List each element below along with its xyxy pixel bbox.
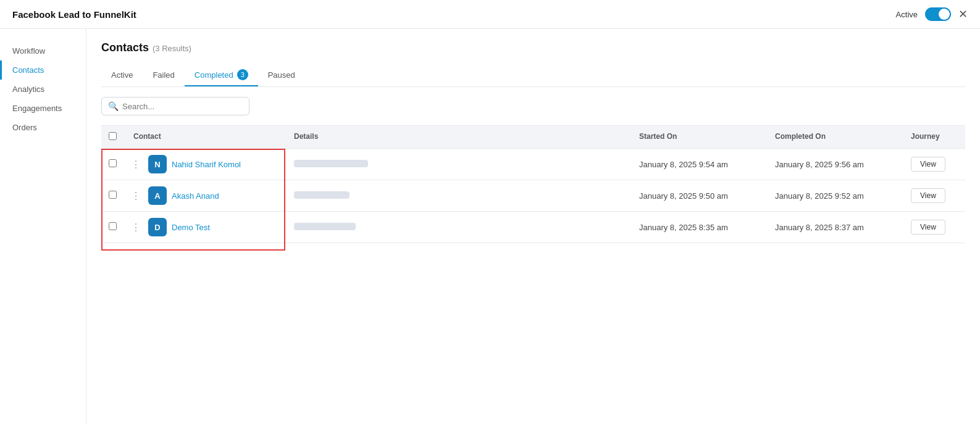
row-2-contact-name[interactable]: Akash Anand [172,191,219,201]
page-title: Contacts [101,41,149,54]
row-2-checkbox-cell [101,191,126,201]
row-2-contact-cell: ⋮ A Akash Anand [126,186,287,205]
select-all-checkbox[interactable] [109,132,117,140]
row-2-blurred-details [294,191,350,199]
row-2-avatar: A [148,186,167,205]
search-bar: 🔍 [101,97,249,115]
row-3-contact-cell: ⋮ D Demo Test [126,218,287,236]
tab-completed[interactable]: Completed 3 [185,64,258,86]
table-row: ⋮ A Akash Anand January 8, 2025 9:50 am … [101,180,965,212]
row-3-completed-on: January 8, 2025 8:37 am [768,223,903,232]
app-title: Facebook Lead to FunnelKit [12,9,136,20]
results-count: (3 Results) [153,44,191,53]
sidebar-item-contacts[interactable]: Contacts [0,60,86,80]
row-3-menu-icon[interactable]: ⋮ [128,222,143,233]
row-1-details [287,160,632,169]
header-checkbox-cell [101,132,126,142]
main-content: Contacts (3 Results) Active Failed Compl… [86,29,980,424]
row-1-contact-cell: ⋮ N Nahid Sharif Komol [126,155,287,173]
row-1-avatar: N [148,155,167,173]
row-3-started-on: January 8, 2025 8:35 am [632,223,768,232]
contacts-table: Contact Details Started On Completed On … [101,125,965,243]
sidebar-item-workflow[interactable]: Workflow [0,41,86,60]
table-body: ⋮ N Nahid Sharif Komol January 8, 2025 9… [101,149,965,243]
row-1-checkbox[interactable] [109,159,117,167]
row-3-journey: View [903,220,965,235]
row-1-contact-name[interactable]: Nahid Sharif Komol [172,160,241,169]
row-1-menu-icon[interactable]: ⋮ [128,159,143,170]
row-3-avatar: D [148,218,167,236]
row-2-menu-icon[interactable]: ⋮ [128,190,143,202]
header-completed-on: Completed On [768,132,903,142]
header-started-on: Started On [632,132,768,142]
row-3-contact-name[interactable]: Demo Test [172,223,210,232]
row-1-journey: View [903,157,965,172]
sidebar-item-engagements[interactable]: Engagements [0,99,86,118]
header-contact: Contact [126,132,287,142]
header-details: Details [287,132,632,142]
row-1-view-button[interactable]: View [911,157,945,172]
row-1-started-on: January 8, 2025 9:54 am [632,160,768,169]
row-2-details [287,191,632,201]
table-row: ⋮ N Nahid Sharif Komol January 8, 2025 9… [101,149,965,180]
row-2-checkbox[interactable] [109,191,117,199]
search-icon: 🔍 [108,101,119,111]
row-3-blurred-details [294,223,356,230]
search-input[interactable] [122,102,243,111]
row-2-started-on: January 8, 2025 9:50 am [632,191,768,201]
tabs-bar: Active Failed Completed 3 Paused [101,64,965,87]
row-3-checkbox-cell [101,222,126,232]
table-row: ⋮ D Demo Test January 8, 2025 8:35 am Ja… [101,212,965,243]
tab-failed[interactable]: Failed [143,64,184,86]
row-3-checkbox[interactable] [109,222,117,230]
row-1-checkbox-cell [101,159,126,169]
tab-active[interactable]: Active [101,64,143,86]
close-button[interactable]: ✕ [958,7,968,21]
row-3-details [287,223,632,232]
sidebar-item-analytics[interactable]: Analytics [0,80,86,99]
row-2-journey: View [903,188,965,203]
page-header: Contacts (3 Results) [101,41,965,54]
row-1-completed-on: January 8, 2025 9:56 am [768,160,903,169]
tab-paused[interactable]: Paused [258,64,305,86]
header-journey: Journey [903,132,965,142]
row-2-completed-on: January 8, 2025 9:52 am [768,191,903,201]
row-3-view-button[interactable]: View [911,220,945,235]
active-toggle[interactable] [925,7,951,21]
status-label: Active [896,10,918,19]
sidebar: Workflow Contacts Analytics Engagements … [0,29,86,424]
sidebar-item-orders[interactable]: Orders [0,118,86,137]
row-2-view-button[interactable]: View [911,188,945,203]
row-1-blurred-details [294,160,368,167]
table-header: Contact Details Started On Completed On … [101,125,965,149]
completed-badge: 3 [237,69,248,80]
